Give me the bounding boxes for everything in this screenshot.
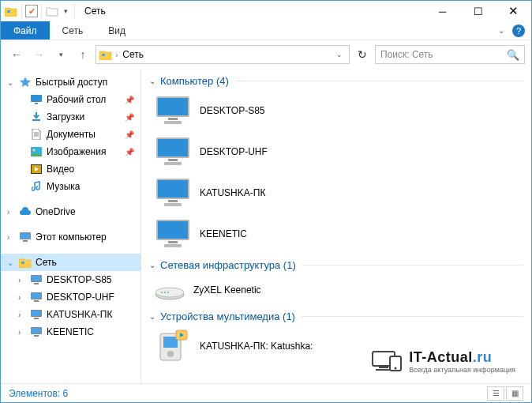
view-icons-button[interactable]: ▦: [506, 386, 523, 401]
properties-checkbox-icon[interactable]: ✔: [25, 5, 38, 17]
chevron-down-icon[interactable]: ⌄: [7, 258, 18, 267]
svg-rect-2: [31, 95, 42, 102]
network-folder-icon: [4, 4, 18, 18]
sidebar-this-pc[interactable]: ›Этот компьютер: [1, 228, 140, 246]
svg-rect-29: [158, 139, 188, 156]
svg-rect-13: [32, 276, 41, 281]
media-item-0[interactable]: KATUSHKA-ПК: Katushka:: [149, 326, 339, 367]
router-item-0[interactable]: ZyXEL Keenetic: [149, 274, 339, 306]
close-button[interactable]: ✕: [496, 1, 531, 21]
group-computers[interactable]: ⌄ Компьютер (4): [149, 75, 523, 87]
titlebar: ✔ ▾ Сеть ─ ☐ ✕: [1, 1, 531, 21]
computer-item-1[interactable]: DESKTOP-UHF: [149, 131, 339, 172]
svg-point-44: [167, 292, 169, 293]
sidebar-downloads[interactable]: Загрузки📌: [1, 108, 140, 126]
svg-point-5: [33, 149, 36, 152]
sidebar-music[interactable]: Музыка: [1, 178, 140, 195]
svg-rect-11: [21, 262, 24, 264]
chevron-right-icon[interactable]: ›: [18, 276, 29, 284]
address-dropdown-icon[interactable]: ⌄: [336, 51, 346, 58]
sidebar-onedrive[interactable]: ›OneDrive: [1, 203, 140, 220]
watermark: IT-Actual.ru Всегда актуальная информаци…: [371, 348, 515, 374]
sidebar-net-item-0[interactable]: ›DESKTOP-S85: [1, 271, 140, 288]
pin-icon: 📌: [125, 96, 134, 104]
chevron-down-icon: ⌄: [149, 77, 155, 85]
star-icon: [18, 75, 32, 89]
svg-point-43: [164, 292, 166, 293]
sidebar-net-item-1[interactable]: ›DESKTOP-UHF: [1, 288, 140, 306]
svg-rect-0: [7, 10, 10, 13]
svg-point-42: [161, 292, 163, 293]
group-media[interactable]: ⌄ Устройства мультимедиа (1): [149, 311, 523, 322]
ribbon-expand-icon[interactable]: ⌄: [498, 26, 504, 35]
status-bar: Элементов: 6 ☰ ▦: [1, 383, 531, 402]
watermark-logo-icon: [371, 348, 403, 374]
svg-rect-31: [164, 162, 182, 165]
chevron-right-icon[interactable]: ›: [7, 208, 18, 217]
sidebar-pictures[interactable]: Изображения📌: [1, 143, 140, 160]
pin-icon: 📌: [125, 148, 134, 156]
monitor-icon: [154, 175, 192, 210]
sidebar-videos[interactable]: Видео: [1, 160, 140, 178]
search-placeholder: Поиск: Сеть: [380, 49, 433, 60]
window-controls: ─ ☐ ✕: [425, 1, 531, 21]
sidebar-documents[interactable]: Документы📌: [1, 126, 140, 143]
sidebar-net-item-2[interactable]: ›KATUSHKA-ПК: [1, 306, 140, 323]
svg-rect-16: [32, 293, 41, 299]
group-infra[interactable]: ⌄ Сетевая инфраструктура (1): [149, 259, 523, 271]
breadcrumb[interactable]: Сеть: [121, 49, 145, 60]
svg-rect-17: [34, 300, 39, 302]
back-button[interactable]: ←: [7, 45, 26, 64]
chevron-right-icon[interactable]: ›: [7, 233, 18, 242]
tab-network[interactable]: Сеть: [50, 21, 96, 40]
tab-file[interactable]: Файл: [1, 21, 50, 40]
up-button[interactable]: ↑: [73, 45, 92, 64]
search-input[interactable]: Поиск: Сеть 🔍: [375, 45, 525, 64]
tab-view[interactable]: Вид: [96, 21, 138, 40]
computer-item-0[interactable]: DESKTOP-S85: [149, 90, 339, 131]
chevron-right-icon[interactable]: ›: [18, 328, 29, 337]
chevron-down-icon: ⌄: [149, 312, 155, 321]
svg-rect-9: [21, 233, 30, 239]
svg-rect-19: [32, 311, 41, 316]
svg-point-53: [395, 367, 397, 370]
svg-rect-37: [158, 221, 188, 239]
svg-rect-30: [168, 159, 178, 161]
svg-rect-51: [376, 369, 392, 371]
forward-button[interactable]: →: [29, 45, 48, 64]
sidebar-quick-access[interactable]: ⌄ Быстрый доступ: [1, 73, 140, 91]
sidebar-network[interactable]: ⌄Сеть: [1, 254, 140, 271]
chevron-down-icon[interactable]: ⌄: [7, 78, 18, 87]
chevron-right-icon[interactable]: ›: [18, 293, 29, 302]
computer-item-3[interactable]: KEENETIC: [149, 213, 339, 254]
ribbon-tabs: Файл Сеть Вид ⌄ ?: [1, 21, 531, 40]
svg-rect-46: [163, 337, 178, 348]
search-icon: 🔍: [507, 49, 519, 61]
refresh-button[interactable]: ↻: [353, 45, 372, 64]
sidebar-net-item-3[interactable]: ›KEENETIC: [1, 323, 140, 341]
router-icon: [154, 276, 185, 304]
svg-rect-27: [164, 121, 182, 124]
address-bar[interactable]: › Сеть ⌄: [96, 45, 350, 64]
svg-rect-33: [158, 180, 188, 198]
maximize-button[interactable]: ☐: [460, 1, 496, 21]
minimize-button[interactable]: ─: [425, 1, 460, 21]
new-folder-icon[interactable]: [45, 4, 59, 18]
chevron-down-icon: ⌄: [149, 261, 155, 269]
status-item-count: Элементов: 6: [9, 388, 68, 399]
pictures-icon: [29, 145, 43, 159]
monitor-icon: [154, 134, 192, 169]
qat-dropdown-icon[interactable]: ▾: [61, 7, 71, 15]
downloads-icon: [29, 110, 43, 124]
svg-rect-3: [35, 103, 38, 104]
chevron-right-icon[interactable]: ›: [18, 311, 29, 319]
svg-rect-25: [158, 98, 188, 115]
sidebar-desktop[interactable]: Рабочий стол📌: [1, 91, 140, 108]
pin-icon: 📌: [125, 113, 134, 122]
monitor-icon: [154, 217, 192, 251]
help-icon[interactable]: ?: [512, 24, 525, 37]
quick-access-toolbar: ✔ ▾: [1, 4, 80, 18]
view-details-button[interactable]: ☰: [487, 386, 504, 401]
computer-item-2[interactable]: KATUSHKA-ПК: [149, 172, 339, 213]
history-dropdown-icon[interactable]: ▾: [51, 45, 70, 64]
